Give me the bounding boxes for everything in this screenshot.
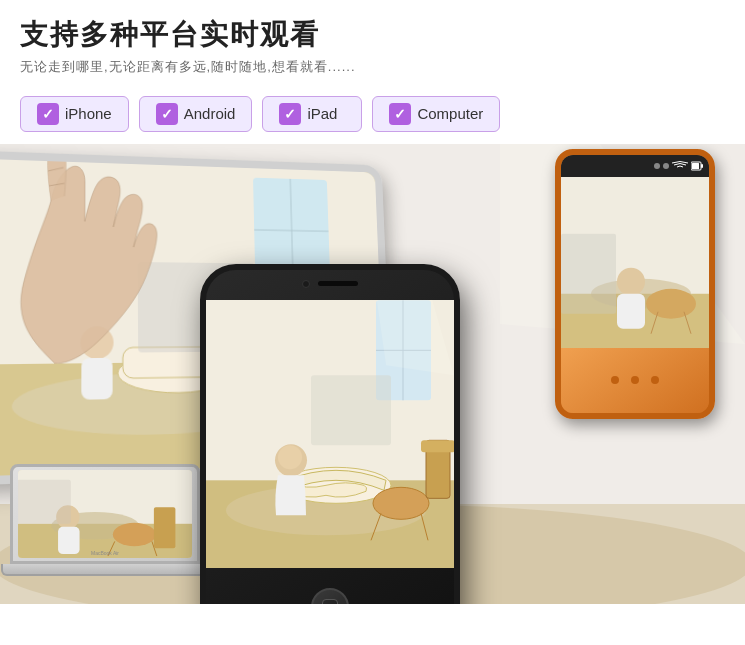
macbook-base bbox=[1, 564, 210, 576]
android-menu-btn bbox=[651, 376, 659, 384]
image-area: MacBook Air bbox=[0, 144, 745, 604]
platform-label-iphone: iPhone bbox=[65, 105, 112, 122]
svg-point-29 bbox=[646, 288, 696, 318]
iphone-device bbox=[200, 264, 460, 604]
platform-badge-computer: Computer bbox=[372, 96, 500, 132]
check-icon-android bbox=[156, 103, 178, 125]
platform-label-android: Android bbox=[184, 105, 236, 122]
svg-rect-49 bbox=[311, 375, 391, 445]
svg-rect-28 bbox=[617, 293, 645, 328]
iphone-speaker bbox=[318, 281, 358, 286]
battery-icon bbox=[691, 161, 703, 171]
wifi-icon bbox=[672, 161, 688, 171]
platform-badge-iphone: iPhone bbox=[20, 96, 129, 132]
check-icon-iphone bbox=[37, 103, 59, 125]
platform-label-ipad: iPad bbox=[307, 105, 337, 122]
status-indicator-2 bbox=[663, 163, 669, 169]
platform-badge-ipad: iPad bbox=[262, 96, 362, 132]
header-section: 支持多种平台实时观看 无论走到哪里,无论距离有多远,随时随地,想看就看.....… bbox=[0, 0, 745, 84]
check-icon-computer bbox=[389, 103, 411, 125]
iphone-screen bbox=[206, 300, 454, 569]
iphone-camera bbox=[302, 280, 310, 288]
iphone-top-area bbox=[302, 280, 358, 288]
iphone-home-button[interactable] bbox=[311, 588, 349, 604]
page-container: 支持多种平台实时观看 无论走到哪里,无论距离有多远,随时随地,想看就看.....… bbox=[0, 0, 745, 645]
macbook-device: MacBook Air bbox=[10, 464, 200, 594]
main-title: 支持多种平台实时观看 bbox=[20, 18, 725, 52]
svg-point-55 bbox=[113, 522, 156, 545]
android-screen bbox=[561, 177, 709, 371]
svg-point-27 bbox=[617, 267, 645, 295]
svg-point-43 bbox=[373, 487, 429, 519]
svg-rect-58 bbox=[154, 507, 176, 548]
android-back-btn bbox=[611, 376, 619, 384]
svg-rect-13 bbox=[81, 357, 112, 399]
svg-rect-48 bbox=[421, 440, 454, 452]
svg-rect-22 bbox=[701, 164, 703, 168]
macbook-lid: MacBook Air bbox=[10, 464, 200, 564]
svg-rect-32 bbox=[561, 233, 616, 313]
svg-rect-23 bbox=[692, 163, 699, 169]
check-icon-ipad bbox=[279, 103, 301, 125]
macbook-label: MacBook Air bbox=[91, 550, 119, 556]
macbook-screen: MacBook Air bbox=[18, 470, 192, 558]
subtitle: 无论走到哪里,无论距离有多远,随时随地,想看就看...... bbox=[20, 58, 725, 76]
android-status-bar bbox=[561, 155, 709, 177]
platform-row: iPhone Android iPad Computer bbox=[0, 84, 745, 144]
android-device bbox=[555, 149, 715, 419]
android-bottom-bar bbox=[561, 348, 709, 413]
svg-rect-54 bbox=[58, 526, 80, 553]
svg-rect-59 bbox=[18, 479, 71, 523]
platform-label-computer: Computer bbox=[417, 105, 483, 122]
android-home-btn bbox=[631, 376, 639, 384]
svg-point-42 bbox=[278, 445, 302, 469]
platform-badge-android: Android bbox=[139, 96, 253, 132]
status-indicator bbox=[654, 163, 660, 169]
iphone-home-inner bbox=[322, 599, 338, 604]
